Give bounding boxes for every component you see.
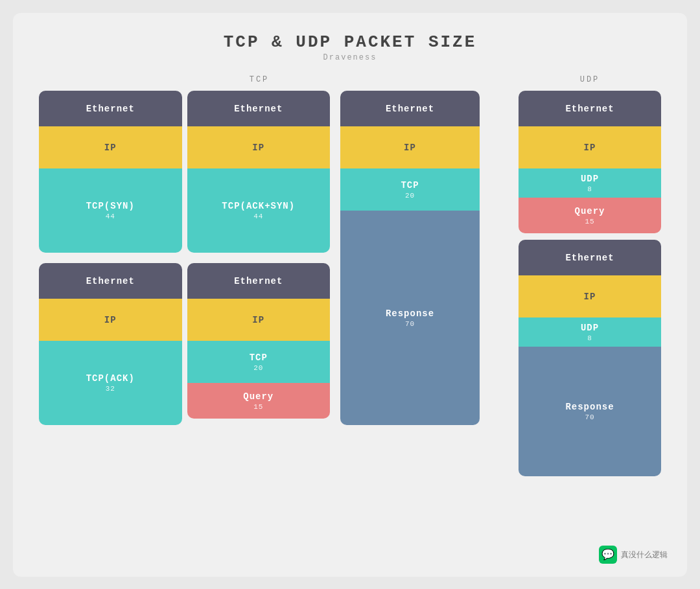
tcp-block-2: TCP 20 xyxy=(340,168,480,211)
udp-packet1: Ethernet IP UDP 8 Query 15 xyxy=(519,91,661,233)
tcp-acksyn-num: 44 xyxy=(253,213,263,220)
watermark-text: 真没什么逻辑 xyxy=(621,549,668,560)
udp-packet2: Ethernet IP UDP 8 Response 70 xyxy=(519,240,661,476)
udp-query-label-1: Query xyxy=(574,206,605,216)
tcp-col2: Ethernet IP TCP(ACK+SYN) 44 Ether xyxy=(187,91,331,425)
main-container: TCP & UDP PACKET SIZE Draveness TCP Ethe… xyxy=(13,13,687,577)
tcp-block: TCP 20 xyxy=(187,341,331,383)
tcp-section: TCP Ethernet IP TCP(SYN) 44 xyxy=(39,75,480,425)
tcp-label: TCP xyxy=(39,75,480,84)
udp-ip-2: IP xyxy=(519,275,661,318)
ip-label: IP xyxy=(104,143,117,153)
ethernet-block-3: Ethernet xyxy=(187,91,331,126)
tcp-ack-block: TCP(ACK) 32 xyxy=(39,341,182,425)
ethernet-label-4: Ethernet xyxy=(234,276,283,286)
tcp-col1: Ethernet IP TCP(SYN) 44 Ethernet xyxy=(39,91,182,425)
tcp-num-2: 20 xyxy=(253,364,263,372)
udp-query-num-1: 15 xyxy=(585,218,594,225)
ip-label-3: IP xyxy=(252,143,264,153)
udp-udp-num-2: 8 xyxy=(587,334,592,342)
tcp-syn-block: TCP(SYN) 44 xyxy=(39,168,182,253)
ethernet-block-4: Ethernet xyxy=(187,263,331,299)
ip-block-3: IP xyxy=(187,126,331,168)
ip-label-4: IP xyxy=(252,315,264,325)
ethernet-block: Ethernet xyxy=(39,91,182,126)
tcp-col1-group1: Ethernet IP TCP(SYN) 44 xyxy=(39,91,182,253)
tcp-acksyn-block: TCP(ACK+SYN) 44 xyxy=(187,168,331,253)
tcp-acksyn-label: TCP(ACK+SYN) xyxy=(222,201,295,211)
tcp-col3: Ethernet IP TCP 20 Response 70 xyxy=(340,91,480,425)
response-num: 70 xyxy=(405,320,415,328)
watermark: 💬 真没什么逻辑 xyxy=(599,546,668,564)
query-block: Query 15 xyxy=(187,383,331,419)
udp-response-label-2: Response xyxy=(565,402,614,412)
query-num: 15 xyxy=(253,403,263,411)
ethernet-label-2: Ethernet xyxy=(86,276,135,286)
ethernet-block-5: Ethernet xyxy=(340,91,480,126)
udp-ethernet-1: Ethernet xyxy=(519,91,661,126)
udp-ethernet-2: Ethernet xyxy=(519,240,661,275)
title-section: TCP & UDP PACKET SIZE Draveness xyxy=(39,32,661,62)
ip-label-2: IP xyxy=(104,315,117,325)
main-title: TCP & UDP PACKET SIZE xyxy=(39,32,661,52)
tcp-col2-group2: Ethernet IP TCP 20 Query 15 xyxy=(187,263,331,419)
ethernet-label-5: Ethernet xyxy=(386,104,434,114)
tcp-ack-label: TCP(ACK) xyxy=(86,373,135,384)
subtitle: Draveness xyxy=(39,53,661,62)
tcp-ack-num: 32 xyxy=(106,385,115,393)
udp-ip-label-1: IP xyxy=(584,143,596,153)
udp-udp-2: UDP 8 xyxy=(519,318,661,347)
udp-response-2: Response 70 xyxy=(519,347,661,476)
udp-section: UDP Ethernet IP UDP 8 Query 15 xyxy=(519,75,661,483)
udp-udp-label-2: UDP xyxy=(581,323,599,333)
udp-label: UDP xyxy=(519,75,661,84)
tcp-col1-group2: Ethernet IP TCP(ACK) 32 xyxy=(39,263,182,425)
udp-ethernet-label-2: Ethernet xyxy=(565,253,614,263)
udp-udp-label-1: UDP xyxy=(581,174,599,184)
udp-udp-1: UDP 8 xyxy=(519,168,661,198)
udp-ip-1: IP xyxy=(519,126,661,168)
udp-ip-label-2: IP xyxy=(584,292,596,302)
tcp-label-3: TCP xyxy=(401,180,419,191)
udp-query-1: Query 15 xyxy=(519,198,661,233)
ip-block-5: IP xyxy=(340,126,480,168)
tcp-syn-num: 44 xyxy=(106,213,115,220)
tcp-num-3: 20 xyxy=(405,192,415,200)
tcp-label-2: TCP xyxy=(250,352,268,363)
response-block: Response 70 xyxy=(340,211,480,425)
query-label: Query xyxy=(243,391,274,402)
ethernet-label: Ethernet xyxy=(86,104,135,114)
tcp-syn-label: TCP(SYN) xyxy=(86,201,135,211)
wechat-icon: 💬 xyxy=(599,546,617,564)
ip-block-2: IP xyxy=(39,299,182,341)
udp-response-num-2: 70 xyxy=(585,413,594,421)
ip-block: IP xyxy=(39,126,182,168)
ethernet-block-2: Ethernet xyxy=(39,263,182,299)
ip-label-5: IP xyxy=(404,143,416,153)
response-label: Response xyxy=(386,308,434,319)
diagrams-row: TCP Ethernet IP TCP(SYN) 44 xyxy=(39,75,661,483)
tcp-col3-group: Ethernet IP TCP 20 Response 70 xyxy=(340,91,480,425)
ip-block-4: IP xyxy=(187,299,331,341)
tcp-col2-group1: Ethernet IP TCP(ACK+SYN) 44 xyxy=(187,91,331,253)
udp-udp-num-1: 8 xyxy=(587,185,592,193)
ethernet-label-3: Ethernet xyxy=(234,104,283,114)
tcp-columns: Ethernet IP TCP(SYN) 44 Ethernet xyxy=(39,91,480,425)
udp-ethernet-label-1: Ethernet xyxy=(565,104,614,114)
